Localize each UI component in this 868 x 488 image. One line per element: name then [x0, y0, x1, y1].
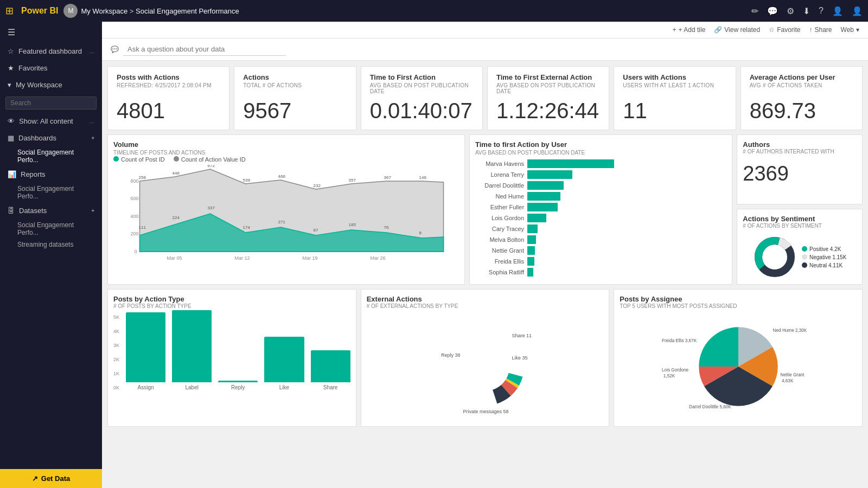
question-input[interactable] — [123, 43, 286, 56]
bar-1[interactable] — [172, 310, 212, 382]
edit-icon[interactable]: ✏ — [751, 6, 758, 16]
top-navbar: ⊞ Power BI M My Workspace > Social Engag… — [0, 0, 868, 22]
sidebar-item-featured[interactable]: ☆ Featured dashboard … — [0, 43, 102, 60]
kpi-card-5[interactable]: Average Actions per User AVG # OF ACTION… — [741, 66, 863, 130]
get-data-button[interactable]: ↗ Get Data — [0, 469, 102, 488]
apps-grid-icon[interactable]: ⊞ — [5, 5, 14, 17]
sidebar-dataset-item[interactable]: Social Engagement Perfo... — [0, 219, 102, 239]
kpi-card-3[interactable]: Time to First External Action AVG BASED … — [487, 66, 609, 130]
bar-4[interactable] — [311, 350, 350, 382]
svg-text:Mar 19: Mar 19 — [303, 255, 318, 261]
svg-text:Private messages 58: Private messages 58 — [463, 409, 509, 414]
sidebar-show-all[interactable]: 👁 Show: All content … — [0, 113, 102, 130]
svg-text:800: 800 — [131, 178, 139, 184]
external-actions-card: External Actions # OF EXTERNAL ACTIONS B… — [361, 289, 610, 427]
bar-0[interactable] — [126, 312, 165, 382]
svg-text:466: 466 — [278, 174, 286, 179]
hbar-name: Lois Gordon — [475, 215, 524, 221]
right-panel: Authors # OF AUTHORS INTERACTED WITH 236… — [737, 134, 863, 285]
kpi-card-1[interactable]: Actions TOTAL # OF ACTIONS 9567 — [234, 66, 356, 130]
dataset-icon: 🗄 — [8, 207, 15, 215]
hbar-row: Ned Hume — [475, 192, 726, 201]
share-button[interactable]: ↑ Share — [809, 26, 832, 34]
kpi-title-3: Time to First External Action — [496, 73, 600, 81]
main-content: + + Add tile 🔗 View related ☆ Favorite ↑… — [102, 22, 868, 488]
download-icon[interactable]: ⬇ — [803, 6, 810, 16]
show-label: Show: All content — [19, 117, 73, 125]
authors-card: Authors # OF AUTHORS INTERACTED WITH 236… — [737, 134, 863, 204]
web-button[interactable]: Web ▾ — [841, 26, 859, 34]
hbar-row: Marva Havens — [475, 159, 726, 168]
svg-text:600: 600 — [131, 196, 139, 201]
view-related-button[interactable]: 🔗 View related — [714, 26, 760, 34]
favorite-button[interactable]: ☆ Favorite — [769, 26, 800, 34]
sidebar-dashboards-header[interactable]: ▦ Dashboards + — [0, 130, 102, 146]
hbar-fill — [527, 203, 558, 211]
hbar-row: Melva Bolton — [475, 235, 726, 244]
kpi-card-0[interactable]: Posts with Actions REFRESHED: 4/25/2017 … — [107, 66, 229, 130]
kpi-card-4[interactable]: Users with Actions USERS WITH AT LEAST 1… — [614, 66, 736, 130]
svg-text:174: 174 — [243, 225, 251, 230]
workspace-avatar[interactable]: M My Workspace > Social Engagement Perfo… — [63, 4, 239, 18]
hbar-name: Nettie Grant — [475, 247, 524, 254]
sidebar-workspace-header[interactable]: ▾ My Workspace — [0, 76, 102, 93]
sentiment-positive: Positive 4.2K — [802, 246, 846, 252]
chart-legend: Count of Post ID Count of Action Value I… — [113, 156, 459, 163]
bar-wrap: Label — [172, 310, 212, 390]
sentiment-card: Actions by Sentiment # OF ACTIONS BY SEN… — [737, 209, 863, 285]
add-dataset-icon[interactable]: + — [91, 208, 94, 214]
more-icon[interactable]: … — [89, 48, 94, 54]
chevron-down-icon: ▾ — [856, 26, 859, 34]
volume-chart-title: Volume TIMELINE OF POSTS AND ACTIONS — [113, 140, 459, 156]
svg-text:232: 232 — [314, 183, 321, 188]
add-tile-button[interactable]: + + Add tile — [673, 26, 706, 34]
sidebar-streaming-item[interactable]: Streaming datasets — [0, 239, 102, 251]
sidebar-reports-header[interactable]: 📊 Reports — [0, 166, 102, 183]
chat-icon: 💬 — [111, 46, 119, 53]
hbar-fill — [527, 268, 533, 277]
svg-text:76: 76 — [384, 225, 389, 230]
add-dashboard-icon[interactable]: + — [91, 135, 94, 141]
kpi-value-5: 869.73 — [750, 99, 853, 123]
settings-icon[interactable]: ⚙ — [787, 6, 794, 16]
sidebar-report-item[interactable]: Social Engagement Perfo... — [0, 183, 102, 202]
sidebar-dashboard-item[interactable]: Social Engagement Perfo... — [0, 146, 102, 166]
search-input[interactable] — [5, 97, 97, 110]
svg-text:Share 11: Share 11 — [512, 333, 532, 338]
kpi-title-4: Users with Actions — [623, 73, 726, 81]
user-icon[interactable]: 👤 — [832, 6, 843, 16]
chat-icon[interactable]: 💬 — [767, 6, 778, 16]
hbar-row: Nettie Grant — [475, 246, 726, 255]
share-label: Share — [815, 26, 832, 34]
kpi-row: Posts with Actions REFRESHED: 4/25/2017 … — [107, 66, 863, 130]
kpi-subtitle-1: TOTAL # OF ACTIONS — [243, 82, 347, 88]
svg-text:Freida Ellis 3,67K: Freida Ellis 3,67K — [662, 338, 697, 343]
plus-icon: + — [673, 26, 676, 34]
svg-text:446: 446 — [173, 171, 180, 176]
posts-assignee-card: Posts by Assignee TOP 5 USERS WITH MOST … — [614, 289, 863, 427]
time-action-card: Time to first Action by User AVG BASED O… — [469, 134, 732, 285]
bar-2[interactable] — [218, 381, 258, 382]
link-icon: 🔗 — [714, 26, 722, 34]
donut-chart — [753, 235, 796, 279]
svg-text:672: 672 — [208, 165, 215, 168]
svg-text:Mar 05: Mar 05 — [167, 255, 182, 261]
sidebar-reports-label: Reports — [21, 170, 46, 178]
svg-text:Darrel Doolittle 5,60K: Darrel Doolittle 5,60K — [689, 404, 731, 409]
kpi-card-2[interactable]: Time to First Action AVG BASED ON POST P… — [361, 66, 483, 130]
hbar-name: Esther Fuller — [475, 204, 524, 210]
bar-3[interactable] — [264, 337, 304, 382]
bar-chart-area: 0K1K2K3K4K5K Assign Label Reply Like Sha… — [113, 314, 350, 390]
kpi-subtitle-0: REFRESHED: 4/25/2017 2:08:04 PM — [117, 82, 220, 88]
bar-wrap: Share — [311, 350, 350, 390]
more-icon[interactable]: … — [89, 118, 94, 124]
hbar-fill — [527, 257, 534, 266]
help-icon[interactable]: ? — [819, 6, 824, 16]
sidebar-item-favorites[interactable]: ★ Favorites — [0, 60, 102, 76]
sidebar-datasets-header[interactable]: 🗄 Datasets + — [0, 202, 102, 219]
account-avatar[interactable]: 👤 — [852, 6, 863, 16]
avatar: M — [63, 4, 78, 18]
hbar-name: Marva Havens — [475, 160, 524, 167]
sidebar-search-area — [0, 93, 102, 113]
hamburger-menu[interactable]: ☰ — [0, 22, 102, 43]
